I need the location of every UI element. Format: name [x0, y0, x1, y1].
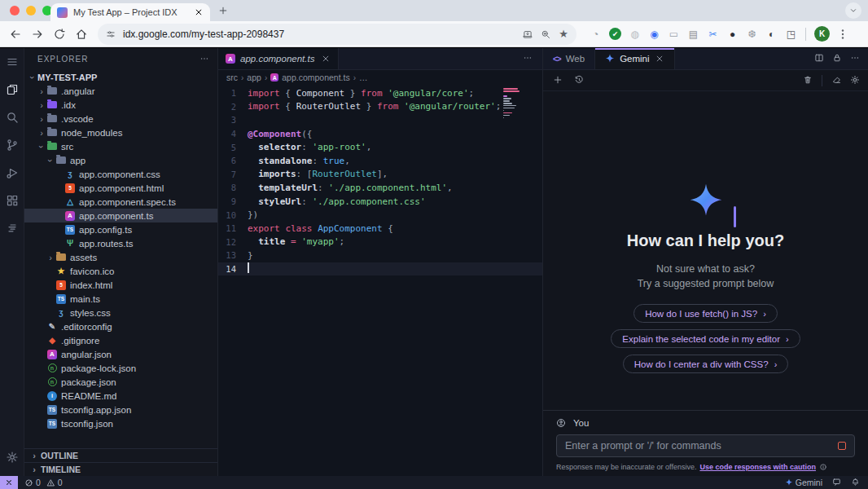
gemini-status-item[interactable]: Gemini: [785, 478, 822, 487]
info-icon[interactable]: [819, 463, 827, 471]
panel-resize-sash[interactable]: [734, 48, 736, 476]
extension-sphere-icon[interactable]: ●: [726, 28, 739, 40]
tree-item-assets[interactable]: ›assets: [24, 250, 217, 264]
tree-item-app-component-spec-ts[interactable]: △app.component.spec.ts: [24, 195, 217, 209]
clear-chat-icon[interactable]: [831, 73, 841, 88]
zoom-icon[interactable]: [541, 29, 550, 39]
minimap[interactable]: [503, 88, 519, 122]
extension-laptop-icon[interactable]: ▭: [668, 28, 680, 40]
extension-ring-icon[interactable]: ◔: [590, 28, 602, 40]
tree-item-tsconfig-app-json[interactable]: TStsconfig.app.json: [24, 403, 217, 416]
tree-item-styles-css[interactable]: ʒstyles.css: [24, 306, 217, 319]
explorer-more-icon[interactable]: [199, 54, 209, 65]
tree-item-app-component-css[interactable]: ʒapp.component.css: [24, 167, 217, 181]
lock-icon[interactable]: [832, 51, 842, 66]
site-settings-icon[interactable]: [106, 29, 116, 39]
notifications-bell-icon[interactable]: [851, 478, 860, 488]
tab-gemini[interactable]: Gemini: [595, 48, 674, 69]
tree-item-src[interactable]: ›src: [24, 139, 217, 153]
extension-check-icon[interactable]: ✔: [609, 28, 621, 40]
new-tab-button[interactable]: [218, 4, 228, 19]
source-control-icon[interactable]: [0, 131, 24, 159]
profile-avatar[interactable]: K: [814, 26, 830, 42]
new-chat-icon[interactable]: [553, 73, 563, 88]
bookmark-star-icon[interactable]: ★: [559, 28, 568, 40]
prompt-input[interactable]: [565, 440, 838, 452]
tree-item--gitignore[interactable]: ◆.gitignore: [24, 333, 217, 347]
breadcrumb[interactable]: src›app›Aapp.component.ts›…: [218, 70, 542, 85]
browser-tab[interactable]: My Test App – Project IDX: [50, 3, 210, 21]
tab-web[interactable]: <> Web: [543, 48, 595, 69]
extension-wheel-icon[interactable]: ◉: [648, 28, 660, 40]
breadcrumb-item[interactable]: …: [359, 73, 368, 82]
tree-item-tsconfig-json[interactable]: TStsconfig.json: [24, 416, 217, 430]
breadcrumb-item[interactable]: src: [226, 73, 238, 82]
extension-globe-icon[interactable]: ◐: [765, 28, 778, 40]
idx-tools-icon[interactable]: [0, 214, 24, 242]
stop-icon[interactable]: [838, 442, 846, 450]
tree-item-favicon-ico[interactable]: ★favicon.ico: [24, 264, 217, 278]
gemini-tab-close-icon[interactable]: [655, 54, 664, 64]
editor-tab[interactable]: A app.component.ts: [218, 48, 339, 69]
install-app-icon[interactable]: [523, 29, 533, 39]
timeline-section[interactable]: ›TIMELINE: [24, 462, 217, 476]
disclaimer-link[interactable]: Use code responses with caution: [699, 463, 816, 471]
extensions-icon[interactable]: [0, 187, 24, 214]
browser-menu-icon[interactable]: [836, 28, 849, 41]
explorer-icon[interactable]: [0, 76, 24, 104]
menu-icon[interactable]: [0, 48, 24, 76]
problems-indicator[interactable]: 0 0: [24, 478, 63, 487]
tree-item-app-component-ts[interactable]: Aapp.component.ts: [24, 209, 217, 222]
tree-item-angular-json[interactable]: Aangular.json: [24, 347, 217, 361]
chat-history-icon[interactable]: [574, 73, 584, 88]
tab-search-button[interactable]: [845, 2, 861, 19]
home-icon[interactable]: [75, 28, 88, 41]
tree-item-app-component-html[interactable]: 5app.component.html: [24, 181, 217, 195]
tree-item-node-modules[interactable]: ›node_modules: [24, 126, 217, 139]
breadcrumb-item[interactable]: app: [247, 73, 261, 82]
settings-gear-icon[interactable]: [0, 443, 24, 471]
tree-item-my-test-app[interactable]: ›MY-TEST-APP: [24, 70, 217, 84]
favicon-file-icon: ★: [55, 266, 67, 277]
outline-section[interactable]: ›OUTLINE: [24, 448, 217, 462]
tree-item-package-lock-json[interactable]: npackage-lock.json: [24, 361, 217, 375]
reload-icon[interactable]: [53, 28, 66, 41]
tree-item-main-ts[interactable]: TSmain.ts: [24, 292, 217, 306]
close-window-button[interactable]: [10, 6, 20, 15]
tree-item-app[interactable]: ›app: [24, 153, 217, 167]
breadcrumb-item[interactable]: app.component.ts: [282, 73, 349, 82]
url-bar[interactable]: idx.google.com/my-test-app-2098437 ★: [98, 24, 576, 45]
tree-item--idx[interactable]: ›.idx: [24, 98, 217, 112]
tree-item-readme-md[interactable]: iREADME.md: [24, 389, 217, 403]
editor-tab-close-icon[interactable]: [321, 54, 331, 64]
gemini-settings-icon[interactable]: [850, 73, 860, 88]
suggested-prompt-1[interactable]: How do I use fetch() in JS?›: [633, 304, 778, 323]
tree-item-index-html[interactable]: 5index.html: [24, 278, 217, 292]
tab-close-icon[interactable]: [194, 7, 204, 17]
editor-actions-icon[interactable]: [523, 51, 542, 66]
tree-item-app-config-ts[interactable]: TSapp.config.ts: [24, 222, 217, 236]
delete-chat-icon[interactable]: [803, 73, 813, 88]
suggested-prompt-3[interactable]: How do I center a div with CSS?›: [623, 355, 789, 373]
extension-sketch-icon[interactable]: ◍: [629, 28, 641, 40]
tree-item-package-json[interactable]: npackage.json: [24, 375, 217, 389]
panel-more-icon[interactable]: [850, 51, 860, 66]
extension-puzzle-icon[interactable]: ◳: [785, 28, 797, 40]
remote-indicator[interactable]: [0, 476, 18, 489]
extension-flake-icon[interactable]: ❆: [746, 28, 758, 40]
feedback-icon[interactable]: [832, 478, 841, 488]
extension-scissors-icon[interactable]: ✂: [707, 28, 719, 40]
tree-item--vscode[interactable]: ›.vscode: [24, 112, 217, 126]
forward-icon[interactable]: [31, 28, 44, 41]
minimize-window-button[interactable]: [26, 6, 36, 15]
run-debug-icon[interactable]: [0, 159, 24, 187]
search-icon[interactable]: [0, 104, 24, 131]
back-icon[interactable]: [9, 28, 22, 41]
tree-item--angular[interactable]: ›.angular: [24, 84, 217, 98]
code-editor[interactable]: 1import { Component } from '@angular/cor…: [218, 85, 542, 476]
split-panel-icon[interactable]: [814, 51, 824, 66]
tree-item-app-routes-ts[interactable]: Ψapp.routes.ts: [24, 236, 217, 250]
tree-item--editorconfig[interactable]: ✎.editorconfig: [24, 319, 217, 333]
suggested-prompt-2[interactable]: Explain the selected code in my editor›: [611, 329, 800, 348]
extension-slides-icon[interactable]: ▤: [687, 28, 699, 40]
